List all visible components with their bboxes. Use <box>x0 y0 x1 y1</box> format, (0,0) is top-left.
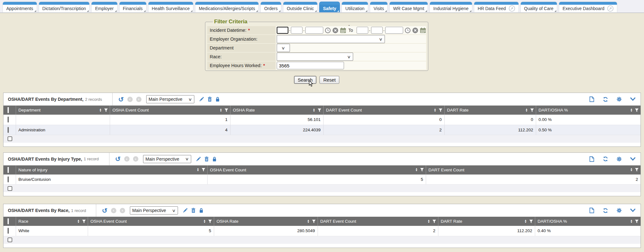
tab-visits[interactable]: Visits <box>370 2 388 12</box>
incident-from-day-input[interactable] <box>291 27 303 34</box>
delete-trash-icon[interactable] <box>191 208 196 213</box>
race-select[interactable]: ∨ <box>277 53 353 61</box>
column-header-dart-event-count[interactable]: DART Event Count▲▼ <box>318 217 438 226</box>
tab-health-surveillance[interactable]: Health Surveillance <box>148 2 194 12</box>
filter-funnel-icon[interactable] <box>439 108 442 112</box>
incident-to-month-input[interactable] <box>357 27 368 34</box>
collapse-chevron-icon[interactable] <box>630 157 636 161</box>
reset-button[interactable]: Reset <box>319 76 339 84</box>
from-calendar-icon[interactable] <box>340 27 346 33</box>
filter-funnel-icon[interactable] <box>225 108 228 112</box>
sort-icon[interactable]: ▲▼ <box>203 220 206 223</box>
new-document-icon[interactable] <box>589 156 594 162</box>
to-clear-icon[interactable] <box>412 27 418 33</box>
row-checkbox[interactable] <box>8 117 9 123</box>
tab-hr-data-feed[interactable]: HR Data Feed↗ <box>474 2 519 12</box>
tab-employer[interactable]: Employer <box>91 2 117 12</box>
undo-icon[interactable]: ↺ <box>102 207 108 214</box>
employee-hours-input[interactable] <box>277 62 344 69</box>
sort-icon[interactable]: ▲▼ <box>525 220 527 223</box>
column-header-osha-event-count[interactable]: OSHA Event Count▲▼ <box>207 165 426 175</box>
sort-icon[interactable]: ▲▼ <box>434 108 436 112</box>
from-clear-icon[interactable] <box>332 27 338 33</box>
tab-dictation-transcription[interactable]: Dictation/Transcription <box>39 2 90 12</box>
lock-icon[interactable] <box>199 208 203 213</box>
refresh-icon[interactable] <box>603 208 608 213</box>
row-checkbox[interactable] <box>8 136 12 141</box>
incident-from-month-input[interactable] <box>277 27 288 34</box>
filter-funnel-icon[interactable] <box>202 168 205 172</box>
settings-gear-icon[interactable] <box>617 208 622 213</box>
prev-page-icon[interactable]: ‹ <box>127 97 133 102</box>
refresh-icon[interactable] <box>603 97 608 102</box>
edit-pencil-icon[interactable] <box>199 97 204 102</box>
row-checkbox[interactable] <box>8 176 9 182</box>
column-header-dart-osha[interactable]: DART/OSHA %▲▼ <box>536 106 641 115</box>
column-header-dart-event-count[interactable]: DART Event Count▲▼ <box>426 165 641 175</box>
delete-trash-icon[interactable] <box>204 157 209 162</box>
filter-funnel-icon[interactable] <box>529 220 533 223</box>
tab-financials[interactable]: Financials <box>119 2 147 12</box>
lock-icon[interactable] <box>212 157 217 162</box>
employer-organization-select[interactable]: ∨ <box>277 35 385 43</box>
sort-icon[interactable]: ▲▼ <box>77 220 80 223</box>
department-select[interactable]: ∨ <box>277 44 290 52</box>
lock-icon[interactable] <box>215 97 220 102</box>
filter-funnel-icon[interactable] <box>635 108 639 112</box>
column-header-osha-event-count[interactable]: OSHA Event Count▲▼ <box>110 106 230 115</box>
sort-icon[interactable]: ▲▼ <box>220 108 222 112</box>
row-checkbox[interactable] <box>8 238 12 242</box>
prev-page-icon[interactable]: ‹ <box>111 208 116 213</box>
refresh-icon[interactable] <box>603 156 608 162</box>
perspective-select[interactable]: Main Perspective ∨ <box>130 206 178 215</box>
sort-icon[interactable]: ▲▼ <box>415 168 418 172</box>
tab-wr-case-mgmt[interactable]: WR Case Mgmt <box>389 2 428 12</box>
sort-icon[interactable]: ▲▼ <box>428 220 430 223</box>
sort-icon[interactable]: ▲▼ <box>525 108 528 112</box>
filter-funnel-icon[interactable] <box>208 220 212 223</box>
tab-orders[interactable]: Orders <box>260 2 281 12</box>
sort-icon[interactable]: ▲▼ <box>197 168 199 172</box>
incident-to-year-input[interactable] <box>385 27 403 34</box>
to-calendar-icon[interactable] <box>420 27 426 33</box>
column-header-osha-rate[interactable]: OSHA Rate▲▼ <box>230 106 323 115</box>
next-page-icon[interactable]: › <box>133 156 138 162</box>
select-all-checkbox[interactable] <box>8 167 9 173</box>
edit-pencil-icon[interactable] <box>183 208 188 213</box>
undo-icon[interactable]: ↺ <box>115 156 121 162</box>
filter-funnel-icon[interactable] <box>530 108 534 112</box>
new-document-icon[interactable] <box>589 96 594 102</box>
filter-funnel-icon[interactable] <box>420 168 424 172</box>
prev-page-icon[interactable]: ‹ <box>124 156 130 162</box>
tab-appointments[interactable]: Appointments <box>3 2 37 12</box>
filter-funnel-icon[interactable] <box>635 220 639 223</box>
incident-to-day-input[interactable] <box>371 27 383 34</box>
tab-industrial-hygiene[interactable]: Industrial Hygiene <box>430 2 472 12</box>
to-time-clock-icon[interactable] <box>405 27 411 33</box>
perspective-select[interactable]: Main Perspective ∨ <box>146 95 194 103</box>
column-header-department[interactable]: Department▲▼ <box>16 106 110 115</box>
perspective-select[interactable]: Main Perspective ∨ <box>143 155 191 163</box>
sort-icon[interactable]: ▲▼ <box>313 108 315 112</box>
select-all-checkbox[interactable] <box>8 107 9 113</box>
column-header-osha-event-count[interactable]: OSHA Event Count▲▼ <box>88 217 214 226</box>
edit-pencil-icon[interactable] <box>196 157 201 162</box>
settings-gear-icon[interactable] <box>617 157 622 162</box>
column-header-race[interactable]: Race▲▼ <box>16 217 88 226</box>
tab-medications-allergies-scripts[interactable]: Medications/Allergies/Scripts <box>195 2 259 12</box>
external-link-icon[interactable]: ↗ <box>607 5 613 12</box>
tab-utilization[interactable]: Utilization <box>341 2 368 12</box>
sort-icon[interactable]: ▲▼ <box>630 108 633 112</box>
column-header-nature-of-injury[interactable]: Nature of Injury▲▼ <box>16 165 207 175</box>
filter-funnel-icon[interactable] <box>82 220 86 223</box>
incident-from-year-input[interactable] <box>305 27 323 34</box>
tab-quality-of-care[interactable]: Quality of Care <box>520 2 557 12</box>
select-all-checkbox[interactable] <box>8 218 9 224</box>
filter-funnel-icon[interactable] <box>432 220 436 223</box>
from-time-clock-icon[interactable] <box>325 27 331 33</box>
next-page-icon[interactable]: › <box>136 97 142 102</box>
filter-funnel-icon[interactable] <box>104 108 108 112</box>
new-document-icon[interactable] <box>589 208 594 213</box>
row-checkbox[interactable] <box>8 228 9 234</box>
settings-gear-icon[interactable] <box>617 97 622 102</box>
